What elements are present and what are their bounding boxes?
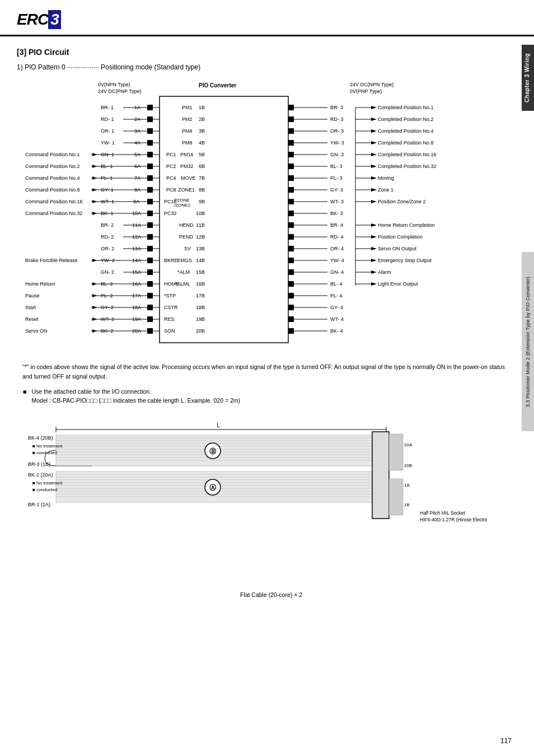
svg-rect-15 bbox=[147, 128, 153, 134]
svg-marker-217 bbox=[371, 223, 377, 227]
svg-rect-307 bbox=[389, 479, 403, 515]
svg-text:HIF6-40D-1.27R (Hirose Electri: HIF6-40D-1.27R (Hirose Electric) bbox=[420, 517, 487, 522]
svg-text:GN- 3: GN- 3 bbox=[330, 152, 344, 157]
svg-text:13B: 13B bbox=[196, 246, 205, 251]
svg-rect-119 bbox=[147, 316, 153, 322]
svg-text:5A: 5A bbox=[134, 152, 140, 157]
svg-text:18A: 18A bbox=[132, 305, 141, 310]
svg-text:HEND: HEND bbox=[179, 222, 194, 228]
svg-marker-188 bbox=[371, 176, 377, 180]
svg-text:20A: 20A bbox=[132, 328, 141, 334]
svg-text:RD- 1: RD- 1 bbox=[101, 116, 114, 122]
svg-marker-101 bbox=[92, 282, 97, 286]
svg-text:GN- 2: GN- 2 bbox=[101, 269, 114, 275]
svg-text:14A: 14A bbox=[132, 258, 141, 263]
svg-text:17A: 17A bbox=[132, 293, 141, 298]
svg-rect-177 bbox=[288, 164, 294, 169]
svg-text:GY- 4: GY- 4 bbox=[330, 305, 343, 310]
flat-cable-label: Flat Cable (20-core) × 2 bbox=[28, 591, 514, 598]
svg-text:19A: 19A bbox=[132, 316, 141, 322]
svg-rect-193 bbox=[288, 187, 294, 193]
svg-text:15B: 15B bbox=[196, 269, 205, 275]
svg-text:11B: 11B bbox=[196, 222, 205, 228]
svg-rect-254 bbox=[288, 281, 294, 287]
header: ERC3 bbox=[0, 0, 534, 36]
svg-marker-148 bbox=[371, 118, 377, 121]
svg-rect-202 bbox=[288, 199, 294, 204]
svg-text:BK-2 (20A): BK-2 (20A) bbox=[28, 472, 53, 478]
svg-text:24V DC(NPN Type): 24V DC(NPN Type) bbox=[350, 82, 394, 87]
svg-rect-214 bbox=[288, 222, 294, 228]
svg-text:GY- 2: GY- 2 bbox=[101, 305, 114, 310]
svg-text:*ALM: *ALM bbox=[177, 269, 190, 275]
svg-text:BR- 4: BR- 4 bbox=[330, 222, 343, 228]
svg-rect-209 bbox=[288, 211, 294, 216]
svg-marker-37 bbox=[92, 165, 97, 168]
svg-text:BK- 2: BK- 2 bbox=[101, 328, 114, 334]
note2-line1: Use the attached cable for the I/O conne… bbox=[31, 387, 240, 396]
svg-text:*ALML: *ALML bbox=[175, 281, 190, 287]
svg-text:GY- 1: GY- 1 bbox=[101, 187, 114, 193]
svg-rect-31 bbox=[147, 164, 153, 169]
svg-text:Alarm: Alarm bbox=[378, 269, 391, 275]
svg-text:RD- 4: RD- 4 bbox=[330, 234, 344, 240]
svg-text:12B: 12B bbox=[196, 234, 205, 240]
svg-text:■ No treatment: ■ No treatment bbox=[32, 444, 63, 449]
svg-text:OR- 1: OR- 1 bbox=[101, 128, 114, 134]
svg-text:1A: 1A bbox=[404, 483, 410, 488]
svg-marker-233 bbox=[371, 247, 377, 250]
svg-text:7A: 7A bbox=[134, 175, 140, 181]
svg-text:PM32: PM32 bbox=[180, 164, 194, 169]
svg-rect-222 bbox=[288, 234, 294, 240]
svg-rect-238 bbox=[288, 258, 294, 263]
svg-text:18B: 18B bbox=[196, 305, 205, 310]
svg-rect-5 bbox=[160, 96, 288, 343]
svg-text:Completed Position No.4: Completed Position No.4 bbox=[378, 128, 434, 134]
svg-rect-63 bbox=[147, 211, 153, 216]
pio-svg: 0V(NPN Type) 24V DC(PNP Type) 24V DC(NPN… bbox=[25, 80, 507, 354]
svg-rect-47 bbox=[147, 187, 153, 193]
svg-text:PM8: PM8 bbox=[182, 140, 193, 146]
svg-text:Home Return: Home Return bbox=[25, 281, 55, 287]
svg-marker-257 bbox=[371, 282, 377, 286]
svg-text:BK- 3: BK- 3 bbox=[330, 211, 343, 216]
svg-text:PM4: PM4 bbox=[182, 128, 193, 134]
svg-rect-145 bbox=[288, 116, 294, 122]
svg-marker-133 bbox=[92, 329, 97, 333]
svg-text:RD- 3: RD- 3 bbox=[330, 116, 344, 122]
note1: "*" in codes above shows the signal of t… bbox=[22, 362, 509, 381]
svg-text:■ conducted: ■ conducted bbox=[32, 487, 57, 492]
svg-marker-249 bbox=[371, 270, 377, 274]
svg-text:*EMGS: *EMGS bbox=[175, 258, 192, 263]
svg-text:0V(NPN Type): 0V(NPN Type) bbox=[98, 82, 130, 87]
svg-text:OR- 3: OR- 3 bbox=[330, 128, 344, 134]
svg-marker-205 bbox=[371, 200, 377, 203]
svg-text:SV: SV bbox=[184, 246, 191, 251]
svg-text:Command Position No.4: Command Position No.4 bbox=[25, 175, 80, 181]
svg-text:RES: RES bbox=[164, 316, 175, 322]
svg-marker-164 bbox=[371, 141, 377, 144]
svg-text:10B: 10B bbox=[196, 211, 205, 216]
logo-erc: ERC bbox=[17, 11, 48, 28]
svg-text:Brake Forcible Release: Brake Forcible Release bbox=[25, 258, 78, 263]
page-number: 117 bbox=[500, 737, 512, 745]
svg-rect-306 bbox=[389, 434, 403, 470]
side-tab-chapter: Chapter 3 Wiring bbox=[522, 45, 534, 111]
svg-text:YW- 3: YW- 3 bbox=[330, 140, 344, 146]
svg-text:20B: 20B bbox=[404, 463, 412, 468]
svg-text:MOVE: MOVE bbox=[181, 175, 196, 181]
svg-text:/ZONE2: /ZONE2 bbox=[174, 203, 190, 208]
svg-text:PC32: PC32 bbox=[164, 211, 177, 216]
svg-text:PC1: PC1 bbox=[166, 152, 176, 157]
svg-rect-137 bbox=[288, 105, 294, 110]
svg-text:13A: 13A bbox=[132, 246, 141, 251]
svg-text:Command Position No.8: Command Position No.8 bbox=[25, 187, 80, 193]
svg-text:Position Completion: Position Completion bbox=[378, 234, 423, 240]
svg-text:3A: 3A bbox=[134, 128, 140, 134]
svg-text:6B: 6B bbox=[199, 164, 205, 169]
svg-marker-241 bbox=[371, 259, 377, 262]
svg-text:Start: Start bbox=[25, 305, 36, 310]
svg-rect-95 bbox=[147, 281, 153, 287]
svg-text:SON: SON bbox=[164, 328, 175, 334]
svg-marker-69 bbox=[92, 212, 97, 215]
